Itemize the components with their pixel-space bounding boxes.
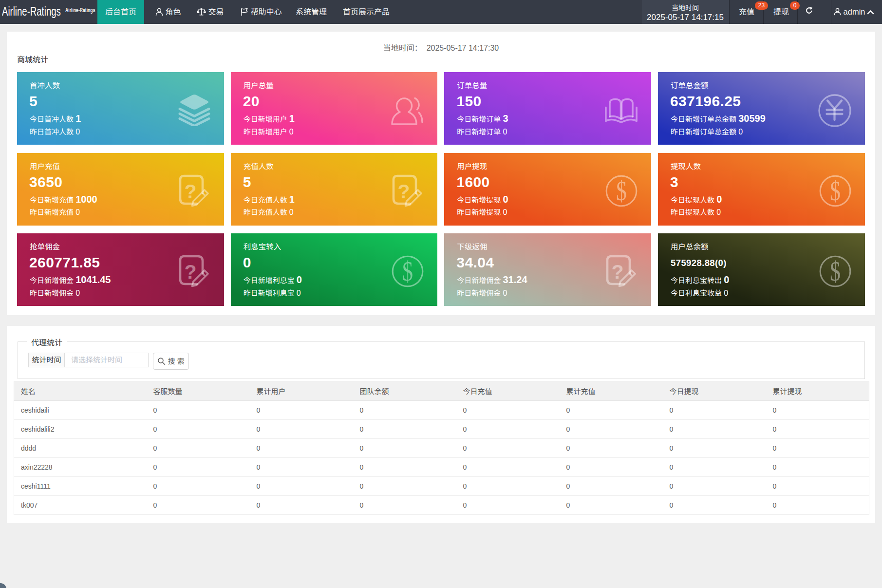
- svg-text:$: $: [616, 175, 627, 206]
- svg-text:$: $: [830, 175, 841, 206]
- svg-text:$: $: [402, 255, 413, 286]
- svg-text:$: $: [830, 255, 841, 286]
